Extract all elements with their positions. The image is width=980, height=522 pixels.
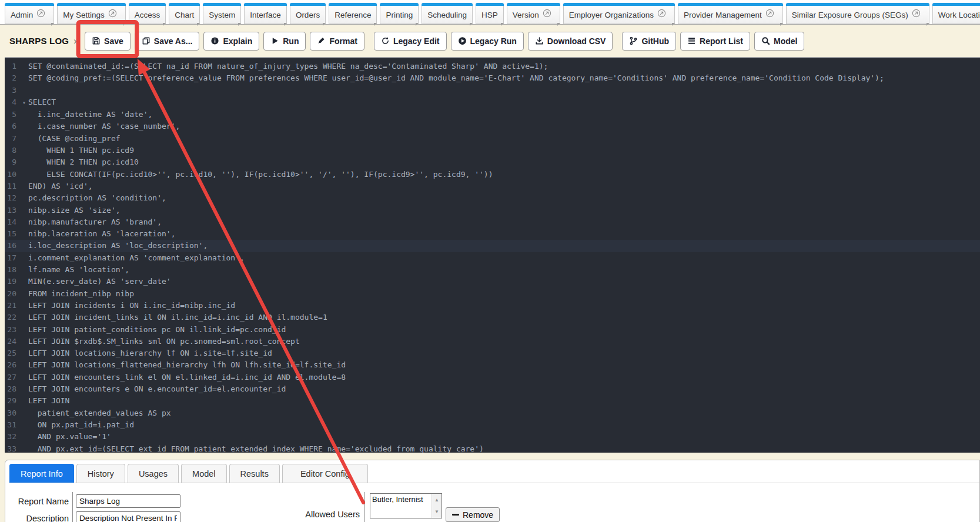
save-as-icon xyxy=(142,36,150,45)
code-line[interactable]: 2SET @coding_pref:=(SELECT preference_va… xyxy=(5,72,980,84)
nav-tab-system[interactable]: System xyxy=(203,3,241,24)
code-line[interactable]: 3 xyxy=(5,85,980,96)
code-line[interactable]: 15nibp.laceration AS 'laceration', xyxy=(5,228,980,240)
code-line[interactable]: 4▾SELECT xyxy=(5,96,980,109)
code-line[interactable]: 12pc.description AS 'condition', xyxy=(5,192,980,204)
code-line[interactable]: 27LEFT JOIN encounters_link el ON el.lin… xyxy=(5,372,980,383)
tab-editor-config[interactable]: Editor Config xyxy=(282,464,368,483)
code-line[interactable]: 7 (CASE @coding_pref xyxy=(5,133,980,145)
nav-tab-version[interactable]: Version xyxy=(507,3,560,24)
code-line[interactable]: 17i.comment_explanation AS 'comment_expl… xyxy=(5,252,980,264)
nav-tab-my-settings[interactable]: My Settings xyxy=(57,3,126,24)
code-line[interactable]: 14nibp.manufacturer AS 'brand', xyxy=(5,216,980,228)
form-divider-left xyxy=(72,492,73,522)
code-line[interactable]: 32 AND px.value='1' xyxy=(5,431,980,443)
tab-history[interactable]: History xyxy=(76,464,125,483)
tab-report-info[interactable]: Report Info xyxy=(9,464,74,483)
code-text: SELECT xyxy=(28,98,56,106)
nav-tab-hsp[interactable]: HSP xyxy=(476,3,504,24)
help-icon[interactable] xyxy=(36,9,48,21)
code-line[interactable]: 30 patient_extended_values AS px xyxy=(5,407,980,419)
code-line[interactable]: 5 i.inc_datetime AS 'date', xyxy=(5,109,980,121)
tab-label: History xyxy=(88,469,114,478)
nav-tab-label: Reference xyxy=(335,11,371,19)
nav-tab-provider-management[interactable]: Provider Management xyxy=(678,3,783,24)
line-number: 18 xyxy=(5,264,20,276)
help-icon[interactable] xyxy=(912,9,924,21)
help-icon[interactable] xyxy=(543,9,554,21)
nav-tab-reference[interactable]: Reference xyxy=(329,3,377,24)
code-line[interactable]: 18lf.name AS 'location', xyxy=(5,264,980,276)
toolbar-button-legacy-edit[interactable]: Legacy Edit xyxy=(374,32,447,51)
code-line[interactable]: 6 i.case_number AS 'case_number', xyxy=(5,121,980,132)
nav-tab-employer-organizations[interactable]: Employer Organizations xyxy=(563,3,675,24)
toolbar-button-download-csv[interactable]: Download CSV xyxy=(528,32,613,51)
nav-tab-chart[interactable]: Chart xyxy=(169,3,200,24)
toolbar-group: GitHubReport ListModel xyxy=(622,32,804,51)
bottom-panel-tabs: Report InfoHistoryUsagesModelResultsEdit… xyxy=(9,464,979,483)
description-label: Description xyxy=(10,514,69,522)
nav-tab-work-locations[interactable]: Work Locations xyxy=(932,3,980,24)
scroll-up-icon[interactable]: ▲ xyxy=(432,494,441,506)
scroll-down-icon[interactable]: ▼ xyxy=(432,506,441,518)
nav-tab-printing[interactable]: Printing xyxy=(380,3,419,24)
code-line[interactable]: 33 AND px.ext_id=(SELECT ext_id FROM pat… xyxy=(5,443,980,453)
code-line[interactable]: 24LEFT JOIN $rxdb$.SM_links sml ON pc.sn… xyxy=(5,336,980,347)
nav-tab-orders[interactable]: Orders xyxy=(290,3,326,24)
code-text: SET @coding_pref:=(SELECT preference_val… xyxy=(28,73,884,82)
toolbar-button-explain[interactable]: Explain xyxy=(203,32,259,51)
code-line[interactable]: 21LEFT JOIN incidents i ON i.inc_id=nibp… xyxy=(5,300,980,312)
help-icon[interactable] xyxy=(765,9,777,21)
toolbar-button-format[interactable]: Format xyxy=(310,32,364,51)
fold-arrow-icon[interactable]: ▾ xyxy=(20,97,28,109)
nav-tab-access[interactable]: Access xyxy=(129,3,166,24)
code-line[interactable]: 1SET @contaminated_id:=(SELECT na_id FRO… xyxy=(5,61,980,72)
toolbar-button-github[interactable]: GitHub xyxy=(622,32,676,51)
toolbar-button-report-list[interactable]: Report List xyxy=(680,32,750,51)
code-line[interactable]: 20FROM incident_nibp nibp xyxy=(5,288,980,300)
code-line[interactable]: 23LEFT JOIN patient_conditions pc ON il.… xyxy=(5,324,980,336)
allowed-users-listbox[interactable]: Butler, Internist ▲ ▼ xyxy=(370,493,442,518)
toolbar-button-save[interactable]: Save xyxy=(85,32,131,51)
code-line[interactable]: 25LEFT JOIN locations_hierarchy lf ON i.… xyxy=(5,347,980,359)
list-icon xyxy=(687,36,696,45)
tab-usages[interactable]: Usages xyxy=(128,464,179,483)
description-input[interactable] xyxy=(76,511,180,522)
nav-tab-similar-exposure-groups-segs[interactable]: Similar Exposure Groups (SEGs) xyxy=(786,3,929,24)
code-line[interactable]: 11END) AS 'icd', xyxy=(5,180,980,192)
help-icon[interactable] xyxy=(108,9,120,21)
toolbar-button-run[interactable]: Run xyxy=(263,32,306,51)
report-name-input[interactable] xyxy=(76,494,180,508)
code-line[interactable]: 9 WHEN 2 THEN pc.icd10 xyxy=(5,156,980,168)
code-line[interactable]: 19MIN(e.serv_date) AS 'serv_date' xyxy=(5,276,980,287)
nav-tab-label: Access xyxy=(135,11,160,19)
code-line[interactable]: 31 ON px.pat_id=i.pat_id xyxy=(5,419,980,431)
code-line[interactable]: 8 WHEN 1 THEN pc.icd9 xyxy=(5,145,980,156)
toolbar-button-save-as[interactable]: Save As... xyxy=(135,32,200,51)
nav-tab-scheduling[interactable]: Scheduling xyxy=(422,3,473,24)
code-line[interactable]: 22LEFT JOIN incident_links il ON il.inc_… xyxy=(5,312,980,323)
toolbar-button-model[interactable]: Model xyxy=(754,32,804,51)
code-line[interactable]: 28LEFT JOIN encounters e ON e.encounter_… xyxy=(5,383,980,395)
line-number: 11 xyxy=(5,180,20,192)
toolbar-group: SaveSave As...ExplainRunFormat xyxy=(85,32,364,51)
code-text: lf.name AS 'location', xyxy=(28,265,129,274)
nav-tab-interface[interactable]: Interface xyxy=(244,3,287,24)
help-icon[interactable] xyxy=(657,9,669,21)
code-line[interactable]: 16i.loc_description AS 'loc_description'… xyxy=(5,240,980,252)
line-number: 20 xyxy=(5,288,20,300)
code-line[interactable]: 29LEFT JOIN xyxy=(5,395,980,407)
code-line[interactable]: 10 ELSE CONCAT(IF(pc.icd10>'', pc.icd10,… xyxy=(5,169,980,180)
line-number: 5 xyxy=(5,109,20,121)
code-line[interactable]: 26LEFT JOIN locations_flattened_hierarch… xyxy=(5,359,980,371)
tab-results[interactable]: Results xyxy=(229,464,280,483)
toolbar-button-label: Run xyxy=(283,36,299,46)
code-line[interactable]: 13nibp.size AS 'size', xyxy=(5,205,980,216)
tab-model[interactable]: Model xyxy=(181,464,227,483)
allowed-user-option[interactable]: Butler, Internist xyxy=(370,494,432,505)
sql-editor[interactable]: 1SET @contaminated_id:=(SELECT na_id FRO… xyxy=(5,57,980,453)
remove-user-button[interactable]: Remove xyxy=(446,507,500,522)
nav-tab-admin[interactable]: Admin xyxy=(5,3,54,24)
code-text: LEFT JOIN encounters_link el ON el.linke… xyxy=(28,373,346,382)
toolbar-button-legacy-run[interactable]: Legacy Run xyxy=(451,32,524,51)
